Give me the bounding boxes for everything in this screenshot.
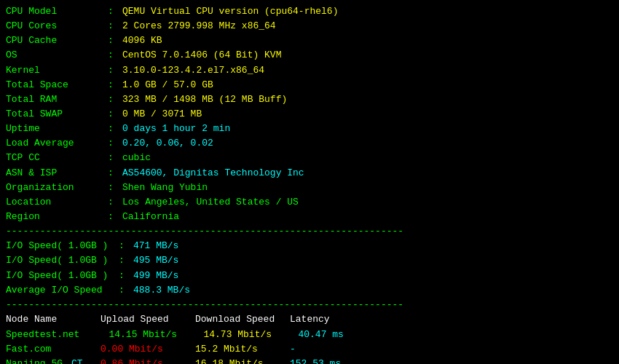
load-avg-label: Load Average [6, 136, 108, 151]
node-tag [71, 342, 100, 357]
kernel-value: 3.10.0-123.4.2.el7.x86_64 [122, 63, 264, 78]
io3-value: 499 MB/s [133, 269, 178, 283]
cpu-cache-label: CPU Cache [6, 33, 108, 48]
os-label: OS [6, 48, 108, 63]
avg-io-value: 488.3 MB/s [133, 283, 190, 298]
asn-row: ASN & ISP : AS54600, Dignitas Technology… [6, 166, 613, 181]
upload-speed: 0.86 Mbit/s [100, 357, 195, 364]
table-body: Speedtest.net 14.15 Mbit/s 14.73 Mbit/s … [6, 328, 613, 364]
latency-value: - [290, 342, 296, 357]
th-node: Node Name [6, 312, 100, 328]
download-speed: 16.18 Mbit/s [195, 357, 290, 364]
uptime-label: Uptime [6, 122, 108, 136]
load-avg-value: 0.20, 0.06, 0.02 [122, 136, 213, 151]
kernel-label: Kernel [6, 63, 108, 78]
uptime-value: 0 days 1 hour 2 min [122, 122, 230, 136]
region-value: California [122, 210, 179, 224]
asn-label: ASN & ISP [6, 166, 108, 181]
cpu-model-row: CPU Model : QEMU Virtual CPU version (cp… [6, 4, 613, 19]
cpu-cache-row: CPU Cache : 4096 KB [6, 33, 613, 48]
region-row: Region : California [6, 210, 613, 224]
uptime-row: Uptime : 0 days 1 hour 2 min [6, 122, 613, 136]
io3-row: I/O Speed( 1.0GB ) : 499 MB/s [6, 269, 613, 283]
divider-1: ----------------------------------------… [6, 224, 613, 239]
table-header: Node Name Upload Speed Download Speed La… [6, 312, 613, 328]
sep: : [108, 4, 122, 19]
total-swap-row: Total SWAP : 0 MB / 3071 MB [6, 107, 613, 122]
org-value: Shen Wang Yubin [122, 181, 208, 195]
node-name: Speedtest.net [6, 328, 79, 342]
tcp-cc-row: TCP CC : cubic [6, 151, 613, 165]
io1-value: 471 MB/s [133, 239, 178, 253]
node-tag [79, 328, 109, 342]
io1-label: I/O Speed( 1.0GB ) [6, 239, 119, 253]
cpu-cache-value: 4096 KB [122, 33, 162, 48]
table-row: Speedtest.net 14.15 Mbit/s 14.73 Mbit/s … [6, 328, 613, 342]
latency-value: 152.53 ms [290, 357, 341, 364]
tcp-cc-value: cubic [122, 151, 151, 165]
table-row: Fast.com 0.00 Mbit/s 15.2 Mbit/s - [6, 342, 613, 357]
total-ram-label: Total RAM [6, 92, 108, 107]
org-label: Organization [6, 181, 108, 195]
org-row: Organization : Shen Wang Yubin [6, 181, 613, 195]
th-upload: Upload Speed [100, 312, 195, 328]
cpu-model-label: CPU Model [6, 4, 108, 19]
total-space-row: Total Space : 1.0 GB / 57.0 GB [6, 78, 613, 92]
total-ram-value: 323 MB / 1498 MB (12 MB Buff) [122, 92, 287, 107]
divider-2: ----------------------------------------… [6, 298, 613, 312]
node-name: Fast.com [6, 342, 71, 357]
location-label: Location [6, 195, 108, 210]
location-value: Los Angeles, United States / US [122, 195, 299, 210]
node-name: Nanjing 5G [6, 357, 71, 364]
download-speed: 14.73 Mbit/s [203, 328, 298, 342]
cpu-model-value: QEMU Virtual CPU version (cpu64-rhel6) [122, 4, 338, 19]
avg-io-row: Average I/O Speed : 488.3 MB/s [6, 283, 613, 298]
th-latency: Latency [290, 312, 363, 328]
node-tag: CT [71, 357, 100, 364]
region-label: Region [6, 210, 108, 224]
download-speed: 15.2 Mbit/s [195, 342, 290, 357]
cpu-cores-row: CPU Cores : 2 Cores 2799.998 MHz x86_64 [6, 19, 613, 33]
os-value: CentOS 7.0.1406 (64 Bit) KVM [122, 48, 281, 63]
load-avg-row: Load Average : 0.20, 0.06, 0.02 [6, 136, 613, 151]
avg-io-label: Average I/O Speed [6, 283, 119, 298]
io3-label: I/O Speed( 1.0GB ) [6, 269, 119, 283]
total-swap-label: Total SWAP [6, 107, 108, 122]
cpu-cores-value: 2 Cores 2799.998 MHz x86_64 [122, 19, 276, 33]
io2-value: 495 MB/s [133, 253, 178, 268]
upload-speed: 0.00 Mbit/s [100, 342, 195, 357]
total-ram-row: Total RAM : 323 MB / 1498 MB (12 MB Buff… [6, 92, 613, 107]
tcp-cc-label: TCP CC [6, 151, 108, 165]
total-swap-value: 0 MB / 3071 MB [122, 107, 202, 122]
total-space-label: Total Space [6, 78, 108, 92]
kernel-row: Kernel : 3.10.0-123.4.2.el7.x86_64 [6, 63, 613, 78]
latency-value: 40.47 ms [298, 328, 343, 342]
cpu-cores-label: CPU Cores [6, 19, 108, 33]
th-download: Download Speed [195, 312, 290, 328]
upload-speed: 14.15 Mbit/s [109, 328, 203, 342]
total-space-value: 1.0 GB / 57.0 GB [122, 78, 213, 92]
table-row: Nanjing 5G CT 0.86 Mbit/s 16.18 Mbit/s 1… [6, 357, 613, 364]
io1-row: I/O Speed( 1.0GB ) : 471 MB/s [6, 239, 613, 253]
io2-row: I/O Speed( 1.0GB ) : 495 MB/s [6, 253, 613, 268]
location-row: Location : Los Angeles, United States / … [6, 195, 613, 210]
io2-label: I/O Speed( 1.0GB ) [6, 253, 119, 268]
os-row: OS : CentOS 7.0.1406 (64 Bit) KVM [6, 48, 613, 63]
asn-value: AS54600, Dignitas Technology Inc [122, 166, 304, 181]
